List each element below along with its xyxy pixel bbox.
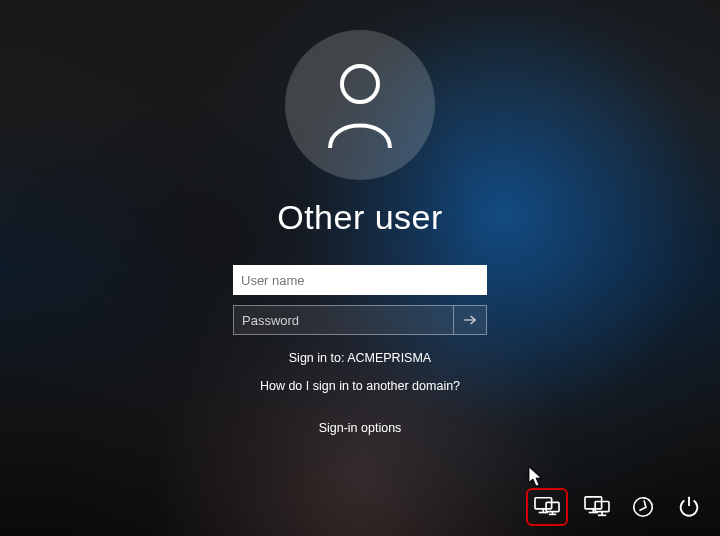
highlighted-network-button xyxy=(526,488,568,526)
password-input[interactable] xyxy=(233,305,453,335)
sign-in-domain: ACMEPRISMA xyxy=(347,351,431,365)
svg-rect-5 xyxy=(546,502,559,511)
ease-of-access-button[interactable] xyxy=(626,491,660,523)
svg-rect-2 xyxy=(535,498,552,509)
signin-options-link[interactable]: Sign-in options xyxy=(319,421,402,435)
sign-in-to-label: Sign in to: ACMEPRISMA xyxy=(289,351,431,365)
login-title: Other user xyxy=(277,198,443,237)
arrow-right-icon xyxy=(462,312,478,328)
login-form xyxy=(233,265,487,335)
domain-help-link[interactable]: How do I sign in to another domain? xyxy=(260,379,460,393)
svg-rect-8 xyxy=(585,497,602,509)
system-buttons-bar xyxy=(526,488,706,526)
power-button[interactable] xyxy=(672,491,706,523)
network-icon xyxy=(533,495,561,519)
username-input[interactable] xyxy=(233,265,487,295)
svg-point-0 xyxy=(342,66,378,102)
power-icon xyxy=(677,495,701,519)
display-icon xyxy=(583,495,611,519)
password-row xyxy=(233,305,487,335)
ease-of-access-icon xyxy=(631,495,655,519)
user-avatar xyxy=(285,30,435,180)
username-row xyxy=(233,265,487,295)
submit-button[interactable] xyxy=(453,305,487,335)
sign-in-to-prefix: Sign in to: xyxy=(289,351,347,365)
login-screen: Other user Sign in to: ACMEPRISMA How do… xyxy=(0,0,720,536)
network-button[interactable] xyxy=(530,491,564,523)
display-button[interactable] xyxy=(580,491,614,523)
user-icon xyxy=(320,60,400,150)
